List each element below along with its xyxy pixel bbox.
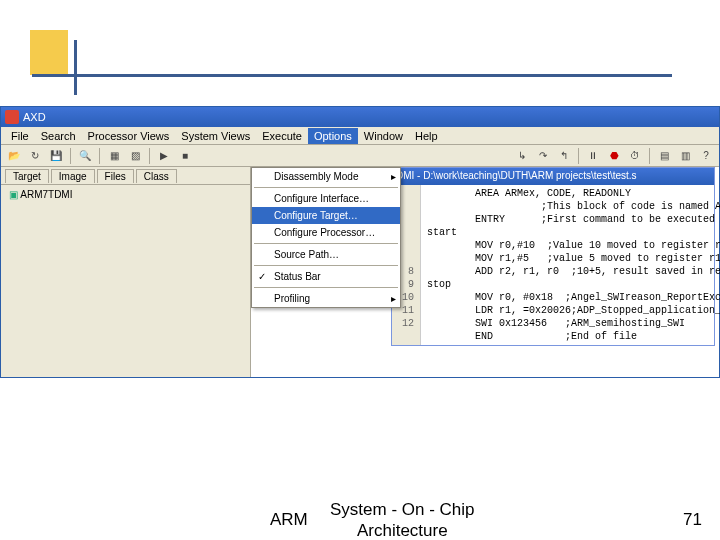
menu-system-views[interactable]: System Views: [175, 128, 256, 144]
tb-sep: [70, 148, 71, 164]
menu-item-configure-target[interactable]: Configure Target…: [252, 207, 400, 224]
editor-title[interactable]: DMI - D:\work\teaching\DUTH\ARM projects…: [392, 168, 714, 185]
footer-soc-l1: System - On - Chip: [330, 500, 475, 519]
tab-target[interactable]: Target: [5, 169, 49, 183]
tb-reload-icon[interactable]: ↻: [26, 147, 44, 165]
sidebar-tabs: Target Image Files Class: [1, 167, 250, 185]
menu-sep: [254, 187, 398, 188]
content-pane: Disassembly Mode Configure Interface… Co…: [251, 167, 719, 377]
titlebar[interactable]: AXD: [1, 107, 719, 127]
menu-options[interactable]: Options: [308, 128, 358, 144]
menu-item-disassembly-mode[interactable]: Disassembly Mode: [252, 168, 400, 185]
tb-stepout-icon[interactable]: ↰: [555, 147, 573, 165]
menu-execute[interactable]: Execute: [256, 128, 308, 144]
tb-sep: [99, 148, 100, 164]
deco-square: [30, 30, 68, 75]
tb-sep: [578, 148, 579, 164]
titlebar-text: AXD: [23, 111, 46, 123]
tb-stepinto-icon[interactable]: ↳: [513, 147, 531, 165]
tb-reg-icon[interactable]: ▤: [655, 147, 673, 165]
tb-open-icon[interactable]: 📂: [5, 147, 23, 165]
tab-class[interactable]: Class: [136, 169, 177, 183]
deco-vline: [74, 40, 77, 95]
tab-files[interactable]: Files: [97, 169, 134, 183]
tb-run-icon[interactable]: ▶: [155, 147, 173, 165]
page-number: 71: [683, 510, 702, 530]
options-dropdown: Disassembly Mode Configure Interface… Co…: [251, 167, 401, 308]
menu-item-status-bar[interactable]: Status Bar: [252, 268, 400, 285]
tb-save-icon[interactable]: 💾: [47, 147, 65, 165]
tb-stop-icon[interactable]: ■: [176, 147, 194, 165]
tb-view1-icon[interactable]: ▦: [105, 147, 123, 165]
tb-timer-icon[interactable]: ⏱: [626, 147, 644, 165]
menu-sep: [254, 243, 398, 244]
tb-pause-icon[interactable]: ⏸: [584, 147, 602, 165]
footer-arm: ARM: [270, 510, 308, 530]
body-area: Target Image Files Class ARM7TDMI Disass…: [1, 167, 719, 377]
footer-soc-l2: Architecture: [357, 521, 448, 540]
footer-soc: System - On - Chip Architecture: [330, 499, 475, 540]
app-logo-icon: [5, 110, 19, 124]
sidebar: Target Image Files Class ARM7TDMI: [1, 167, 251, 377]
menu-item-source-path[interactable]: Source Path…: [252, 246, 400, 263]
tb-find-icon[interactable]: 🔍: [76, 147, 94, 165]
menu-file[interactable]: File: [5, 128, 35, 144]
axd-window: AXD File Search Processor Views System V…: [0, 106, 720, 378]
tb-help-icon[interactable]: ?: [697, 147, 715, 165]
menu-help[interactable]: Help: [409, 128, 444, 144]
tree-item-arm7tdmi[interactable]: ARM7TDMI: [9, 189, 242, 200]
tb-break-icon[interactable]: ⬣: [605, 147, 623, 165]
code-area[interactable]: AREA ARMex, CODE, READONLY ;This block o…: [421, 185, 720, 345]
tab-image[interactable]: Image: [51, 169, 95, 183]
menu-item-configure-processor[interactable]: Configure Processor…: [252, 224, 400, 241]
menu-item-configure-interface[interactable]: Configure Interface…: [252, 190, 400, 207]
tb-stepover-icon[interactable]: ↷: [534, 147, 552, 165]
menubar[interactable]: File Search Processor Views System Views…: [1, 127, 719, 145]
toolbar: 📂 ↻ 💾 🔍 ▦ ▨ ▶ ■ ↳ ↷ ↰ ⏸ ⬣ ⏱ ▤ ▥ ?: [1, 145, 719, 167]
tb-view2-icon[interactable]: ▨: [126, 147, 144, 165]
tb-mem-icon[interactable]: ▥: [676, 147, 694, 165]
deco-hline: [32, 74, 672, 77]
project-tree: ARM7TDMI: [1, 185, 250, 204]
tb-sep: [649, 148, 650, 164]
menu-window[interactable]: Window: [358, 128, 409, 144]
menu-search[interactable]: Search: [35, 128, 82, 144]
tb-sep: [149, 148, 150, 164]
editor-body: 89101112 AREA ARMex, CODE, READONLY ;Thi…: [392, 185, 714, 345]
menu-item-profiling[interactable]: Profiling: [252, 290, 400, 307]
menu-processor-views[interactable]: Processor Views: [82, 128, 176, 144]
menu-sep: [254, 265, 398, 266]
menu-sep: [254, 287, 398, 288]
editor-window: DMI - D:\work\teaching\DUTH\ARM projects…: [391, 167, 715, 346]
